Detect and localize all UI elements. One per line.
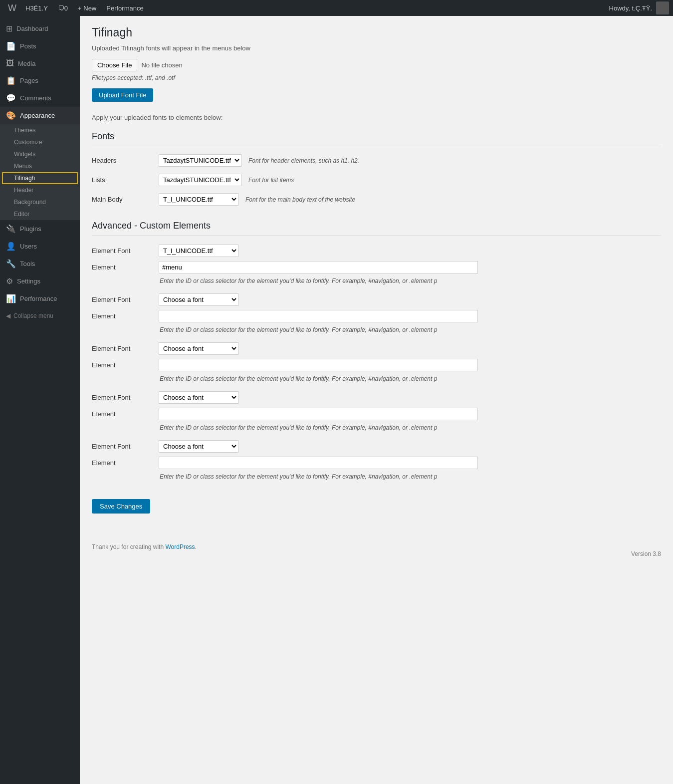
plugins-icon: 🔌 [6,224,16,234]
sidebar-item-comments[interactable]: 💬 Comments [0,89,80,107]
sidebar-label-pages: Pages [20,77,38,84]
sidebar-item-posts[interactable]: 📄 Posts [0,37,80,55]
appearance-icon: 🎨 [6,111,16,120]
font-select-lists[interactable]: TazdaytSTUNICODE.ttf [159,174,241,186]
element-font-select-4[interactable]: Choose a font [159,440,238,453]
sidebar-label-appearance: Appearance [20,112,55,119]
sidebar-label-users: Users [20,243,37,250]
custom-element-group-0: Element Font T_l_UNICODE.ttf Element Ent… [92,245,661,284]
sidebar-item-dashboard[interactable]: ⊞ Dashboard [0,20,80,37]
sidebar-sub-header[interactable]: Header [0,184,80,196]
sidebar-item-users[interactable]: 👤 Users [0,238,80,255]
element-input-0[interactable] [159,261,478,273]
element-font-row-0: Element Font T_l_UNICODE.ttf [92,245,661,257]
element-input-2[interactable] [159,359,478,371]
sidebar-label-dashboard: Dashboard [16,25,48,32]
adminbar-performance[interactable]: Performance [101,0,148,16]
element-input-row-3: Element [92,408,661,420]
custom-element-group-4: Element Font Choose a font Element Enter… [92,440,661,480]
sidebar-sub-background[interactable]: Background [0,196,80,208]
font-label-main-body: Main Body [92,196,152,203]
filetypes-note: Filetypes accepted: .ttf, and .otf [92,74,661,81]
upload-font-button[interactable]: Upload Font File [92,88,153,102]
pages-icon: 📋 [6,76,16,85]
element-hint-1: Enter the ID or class selector for the e… [160,326,661,333]
element-font-row-1: Element Font Choose a font [92,293,661,306]
collapse-menu-label: Collapse menu [13,312,53,319]
sidebar-item-tools[interactable]: 🔧 Tools [0,255,80,272]
avatar [656,1,669,14]
sidebar-item-pages[interactable]: 📋 Pages [0,72,80,89]
font-row-headers: Headers TazdaytSTUNICODE.ttf Font for he… [92,154,661,167]
tools-icon: 🔧 [6,259,16,268]
collapse-arrow-icon: ◀ [6,312,10,319]
font-row-lists: Lists TazdaytSTUNICODE.ttf Font for list… [92,174,661,186]
element-font-row-4: Element Font Choose a font [92,440,661,453]
sidebar-label-plugins: Plugins [20,225,41,233]
adminbar-right: Howdy, t.Ç.ŦŸ. [609,1,669,14]
font-hint-headers: Font for header elements, such as h1, h2… [248,157,359,164]
sidebar-sub-editor[interactable]: Editor [0,208,80,220]
element-font-label-2: Element Font [92,345,152,352]
upload-section: Choose File No file chosen Filetypes acc… [92,59,661,110]
element-label-2: Element [92,361,152,369]
custom-element-group-1: Element Font Choose a font Element Enter… [92,293,661,333]
element-label-0: Element [92,263,152,271]
sidebar-sub-themes[interactable]: Themes [0,124,80,136]
font-hint-lists: Font for list items [248,177,294,184]
font-row-main-body: Main Body T_l_UNICODE.ttf Font for the m… [92,193,661,206]
adminbar-new[interactable]: + New [73,0,101,16]
dashboard-icon: ⊞ [6,24,12,33]
font-select-main-body[interactable]: T_l_UNICODE.ttf [159,193,238,206]
adminbar-howdy: Howdy, t.Ç.ŦŸ. [609,4,652,12]
element-label-4: Element [92,459,152,467]
custom-element-group-3: Element Font Choose a font Element Enter… [92,391,661,431]
sidebar-item-plugins[interactable]: 🔌 Plugins [0,220,80,238]
footer-wordpress-link[interactable]: WordPress [165,543,195,550]
element-input-3[interactable] [159,408,478,420]
element-font-row-3: Element Font Choose a font [92,391,661,404]
element-font-select-3[interactable]: Choose a font [159,391,238,404]
save-changes-button[interactable]: Save Changes [92,499,150,514]
comments-icon: 💬 [6,93,16,103]
sidebar-item-appearance[interactable]: 🎨 Appearance [0,107,80,124]
element-font-select-0[interactable]: T_l_UNICODE.ttf [159,245,238,257]
element-input-row-4: Element [92,457,661,469]
choose-file-button[interactable]: Choose File [92,59,137,71]
adminbar-comments[interactable]: 🗨 0 [53,0,73,16]
element-font-row-2: Element Font Choose a font [92,342,661,355]
admin-bar: W H3Ë1.Y 🗨 0 + New Performance Howdy, t.… [0,0,673,16]
sidebar-label-comments: Comments [20,94,51,102]
sidebar-sub-menus[interactable]: Menus [0,160,80,172]
font-label-headers: Headers [92,157,152,164]
sidebar-sub-widgets[interactable]: Widgets [0,148,80,160]
sidebar-item-media[interactable]: 🖼 Media [0,55,80,72]
settings-icon: ⚙ [6,276,13,286]
element-hint-2: Enter the ID or class selector for the e… [160,375,661,382]
collapse-menu-button[interactable]: ◀ Collapse menu [0,307,80,324]
element-font-select-2[interactable]: Choose a font [159,342,238,355]
element-input-row-0: Element [92,261,661,273]
element-font-select-1[interactable]: Choose a font [159,293,238,306]
adminbar-site-name[interactable]: H3Ë1.Y [20,0,53,16]
element-label-3: Element [92,410,152,418]
sidebar-sub-customize[interactable]: Customize [0,136,80,148]
sidebar-label-settings: Settings [17,277,40,285]
appearance-submenu: Themes Customize Widgets Menus Tifinagh … [0,124,80,220]
element-hint-3: Enter the ID or class selector for the e… [160,424,661,431]
element-hint-0: Enter the ID or class selector for the e… [160,277,661,284]
element-font-label-3: Element Font [92,394,152,401]
element-input-4[interactable] [159,457,478,469]
sidebar-sub-tifinagh[interactable]: Tifinagh [2,172,78,184]
element-label-1: Element [92,312,152,320]
element-font-label-4: Element Font [92,443,152,450]
font-select-headers[interactable]: TazdaytSTUNICODE.ttf [159,154,241,167]
element-input-1[interactable] [159,310,478,322]
sidebar-item-settings[interactable]: ⚙ Settings [0,272,80,290]
element-input-row-2: Element [92,359,661,371]
fonts-section-title: Fonts [92,131,661,146]
posts-icon: 📄 [6,41,16,51]
font-label-lists: Lists [92,176,152,184]
sidebar-label-tools: Tools [20,260,35,267]
sidebar-item-performance[interactable]: 📊 Performance [0,290,80,307]
